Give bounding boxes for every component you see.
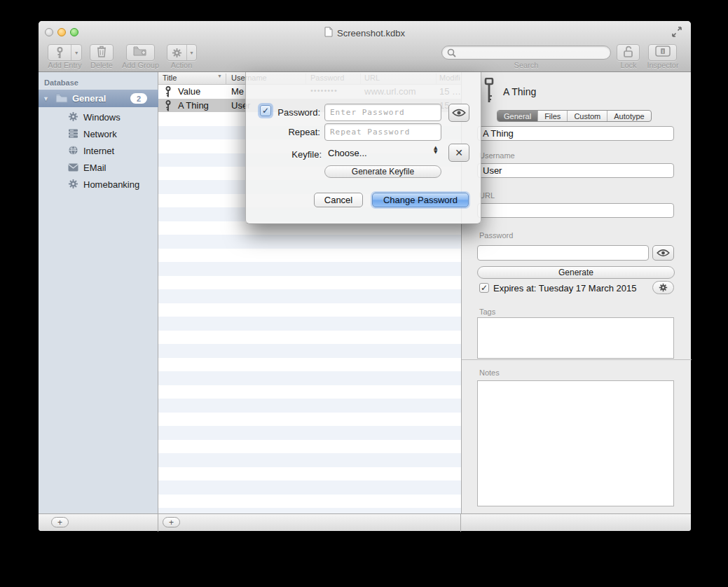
action-label: Action: [165, 61, 198, 69]
add-entry-plus-button[interactable]: +: [163, 517, 180, 527]
add-group-plus-button[interactable]: +: [51, 517, 69, 527]
pane-divider: [158, 514, 158, 532]
key-icon: [165, 86, 172, 99]
column-header-title[interactable]: Title: [163, 74, 177, 82]
search-icon: [447, 48, 456, 57]
column-divider[interactable]: [226, 74, 226, 85]
show-password-button[interactable]: [448, 104, 469, 122]
app-window: Screenshot.kdbx ▼ Add Entry Delete: [39, 21, 691, 531]
inspector-label: Inspector: [643, 61, 683, 69]
sidebar-item-label: Internet: [83, 146, 114, 156]
desktop-background: Screenshot.kdbx ▼ Add Entry Delete: [0, 0, 728, 587]
window-title: Screenshot.kdbx: [337, 28, 405, 39]
sheet-repeat-label: Repeat:: [259, 127, 320, 137]
generate-password-button[interactable]: Generate: [477, 266, 675, 279]
cancel-button[interactable]: Cancel: [314, 193, 363, 207]
inspector-panel: A Thing General Files Custom Autotype Us…: [461, 72, 691, 513]
tab-general[interactable]: General: [497, 111, 538, 121]
globe-icon: [68, 145, 79, 156]
expires-label: Expires at: Tuesday 17 March 2015: [493, 283, 637, 294]
chevron-down-icon[interactable]: ▼: [71, 45, 81, 60]
sidebar-item-windows[interactable]: Windows: [39, 109, 158, 125]
info-icon: i: [655, 46, 671, 60]
sidebar-item-label: Network: [83, 129, 117, 139]
sidebar-item-homebanking[interactable]: Homebanking: [39, 176, 158, 193]
action-button[interactable]: ▼: [167, 44, 197, 61]
title-field[interactable]: [477, 126, 674, 141]
sidebar-item-email[interactable]: EMail: [39, 159, 158, 176]
password-label: Password: [479, 231, 513, 240]
pane-divider: [460, 514, 461, 532]
change-password-sheet: ✓ Password: Repeat: Keyfile: Choose... ▲…: [245, 72, 481, 224]
notes-label: Notes: [479, 368, 500, 377]
close-icon: ✕: [455, 147, 463, 158]
lock-button[interactable]: [617, 44, 640, 61]
disclosure-triangle-icon[interactable]: ▼: [43, 95, 49, 102]
key-icon: [483, 78, 495, 106]
unlock-icon: [622, 46, 634, 60]
url-label: URL: [479, 191, 495, 200]
sidebar-group-label: General: [72, 93, 106, 104]
stepper-icon[interactable]: ▲▼: [434, 146, 437, 154]
window-chrome: Screenshot.kdbx ▼ Add Entry Delete: [39, 21, 691, 72]
add-entry-label: Add Entry: [43, 61, 86, 69]
add-group-button[interactable]: [126, 44, 155, 61]
tab-files[interactable]: Files: [538, 111, 568, 121]
section-divider: [462, 359, 692, 360]
gear-icon: [167, 45, 186, 60]
cell-username: Me: [231, 86, 244, 97]
folder-plus-icon: [133, 46, 148, 60]
sidebar-section-header: Database: [44, 78, 78, 87]
tab-custom[interactable]: Custom: [568, 111, 607, 121]
eye-icon: [657, 249, 670, 257]
search-field[interactable]: [441, 46, 611, 60]
sort-descending-icon[interactable]: ▼: [217, 74, 222, 78]
sidebar-item-internet[interactable]: Internet: [39, 142, 158, 159]
username-label: Username: [479, 151, 515, 160]
cell-title: Value: [178, 86, 200, 97]
svg-text:i: i: [662, 49, 664, 54]
delete-label: Delete: [86, 61, 117, 69]
password-field[interactable]: [477, 245, 649, 261]
folder-icon: [55, 93, 68, 106]
checkmark-icon: ✓: [481, 283, 488, 293]
document-icon: [324, 27, 333, 40]
clear-keyfile-button[interactable]: ✕: [448, 144, 469, 162]
sheet-repeat-input[interactable]: [324, 123, 441, 141]
tab-autotype[interactable]: Autotype: [607, 111, 650, 121]
delete-button[interactable]: [90, 44, 114, 61]
lock-label: Lock: [612, 61, 645, 69]
inspector-tabs: General Files Custom Autotype: [497, 110, 652, 122]
trash-icon: [97, 46, 107, 60]
expires-checkbox[interactable]: ✓: [479, 283, 489, 293]
add-entry-button[interactable]: ▼: [48, 44, 82, 61]
inspector-button[interactable]: i: [648, 44, 677, 61]
url-field[interactable]: [477, 203, 674, 218]
sidebar-item-label: Homebanking: [83, 179, 139, 190]
cell-title: A Thing: [178, 100, 209, 111]
envelope-icon: [68, 162, 79, 173]
expires-settings-button[interactable]: [652, 281, 674, 294]
bottom-bar: + +: [39, 513, 691, 531]
username-field[interactable]: [477, 163, 674, 178]
sidebar-group-general[interactable]: ▼ General 2: [39, 90, 158, 107]
fullscreen-icon[interactable]: [671, 27, 682, 37]
generate-keyfile-button[interactable]: Generate Keyfile: [324, 165, 441, 178]
sidebar-item-network[interactable]: Network: [39, 125, 158, 142]
sheet-keyfile-label: Keyfile:: [260, 149, 322, 160]
sheet-password-input[interactable]: [324, 104, 441, 121]
gear-icon: [659, 283, 668, 292]
keyfile-popup[interactable]: Choose...: [328, 148, 367, 158]
notes-input[interactable]: [477, 380, 674, 506]
search-input[interactable]: [459, 47, 603, 58]
key-icon: [165, 100, 172, 113]
tags-label: Tags: [479, 308, 495, 316]
tags-input[interactable]: [477, 317, 674, 359]
chevron-down-icon[interactable]: ▼: [186, 45, 196, 60]
entry-count-badge: 2: [130, 93, 147, 104]
titlebar: Screenshot.kdbx: [39, 27, 691, 39]
change-password-button[interactable]: Change Password: [372, 193, 469, 207]
show-password-button[interactable]: [652, 245, 674, 261]
server-icon: [68, 128, 79, 139]
eye-icon: [452, 109, 466, 117]
